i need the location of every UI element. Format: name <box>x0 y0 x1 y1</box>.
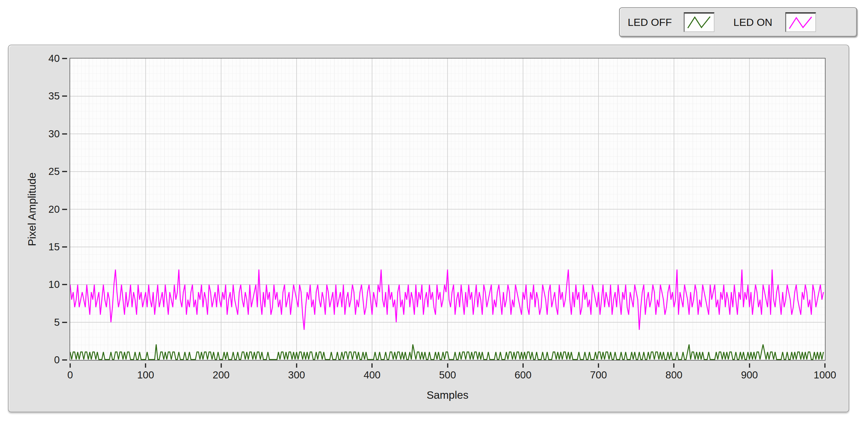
plot-legend: LED OFF LED ON <box>619 7 857 37</box>
y-tick-mark <box>62 133 67 135</box>
x-tick-mark <box>296 363 297 368</box>
graph-panel: Pixel Amplitude 0510152025303540 0100200… <box>8 45 849 412</box>
y-tick-label: 25 <box>17 165 60 178</box>
x-tick-label: 800 <box>649 369 699 381</box>
legend-line-1 <box>789 17 812 29</box>
plot-svg <box>70 58 825 360</box>
plot-area[interactable] <box>69 58 826 361</box>
y-tick-mark <box>62 284 67 285</box>
y-tick-mark <box>62 58 67 59</box>
y-tick-mark <box>62 359 67 361</box>
x-tick-label: 0 <box>45 369 95 381</box>
x-tick-mark <box>447 363 448 368</box>
line-style-icon <box>786 13 815 31</box>
line-style-icon <box>685 13 714 31</box>
y-tick-label: 35 <box>17 90 60 103</box>
y-tick-label: 30 <box>17 128 60 140</box>
y-tick-label: 0 <box>17 354 60 366</box>
legend-label-led-on: LED ON <box>734 16 773 28</box>
x-tick-mark <box>69 363 71 368</box>
x-tick-label: 300 <box>272 369 321 381</box>
series-line-led-off <box>70 344 824 360</box>
x-tick-label: 700 <box>574 369 623 381</box>
legend-line-0 <box>688 17 710 28</box>
y-tick-mark <box>62 209 67 210</box>
y-tick-label: 5 <box>17 316 60 329</box>
y-tick-mark <box>62 246 67 248</box>
legend-label-led-off: LED OFF <box>628 16 672 28</box>
y-tick-label: 20 <box>17 203 60 216</box>
x-tick-label: 900 <box>725 369 774 381</box>
x-tick-mark <box>598 363 599 368</box>
x-tick-mark <box>824 363 826 368</box>
y-tick-label: 10 <box>17 278 60 291</box>
x-tick-label: 100 <box>121 369 170 381</box>
x-tick-mark <box>749 363 750 368</box>
y-tick-mark <box>62 95 67 97</box>
x-tick-label: 400 <box>347 369 397 381</box>
x-tick-label: 500 <box>423 369 472 381</box>
x-tick-mark <box>221 363 222 368</box>
y-tick-mark <box>62 322 67 323</box>
x-tick-mark <box>145 363 146 368</box>
y-tick-label: 40 <box>17 52 60 65</box>
x-axis-title: Samples <box>402 389 494 401</box>
legend-swatch-led-on[interactable] <box>785 12 816 32</box>
y-tick-mark <box>62 171 67 172</box>
x-tick-mark <box>673 363 675 368</box>
x-tick-label: 600 <box>498 369 548 381</box>
legend-swatch-led-off[interactable] <box>684 12 714 32</box>
x-tick-mark <box>371 363 373 368</box>
x-tick-mark <box>523 363 524 368</box>
x-tick-label: 1000 <box>800 369 849 381</box>
x-tick-label: 200 <box>197 369 246 381</box>
y-tick-label: 15 <box>17 241 60 253</box>
